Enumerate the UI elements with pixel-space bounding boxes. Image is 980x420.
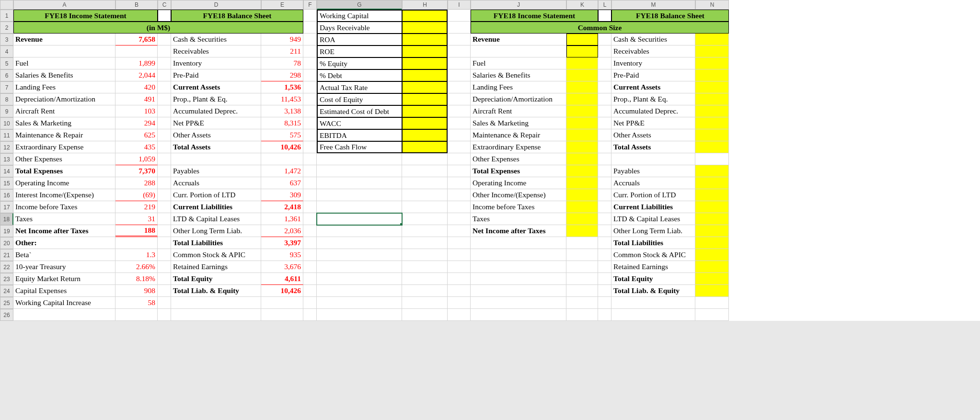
cell-J25[interactable] [471,297,566,309]
cell-E13[interactable] [261,153,303,165]
cell-M4[interactable]: Receivables [611,45,695,57]
cell-M10[interactable]: Net PP&E [611,117,695,129]
cell-F11[interactable] [303,129,317,141]
cell-A12[interactable]: Extraordinary Expense [13,141,115,153]
cell-L19[interactable] [598,225,611,237]
cell-J12[interactable]: Extraordinary Expense [471,141,566,153]
cell-F6[interactable] [303,69,317,81]
cell-I21[interactable] [448,249,471,261]
cell-A2[interactable]: (in M$) [13,22,303,34]
cell-A23[interactable]: Equity Market Return [13,273,115,285]
row-header-26[interactable]: 26 [0,309,13,321]
cell-A17[interactable]: Income before Taxes [13,201,115,213]
cell-I15[interactable] [448,177,471,189]
row-header-5[interactable]: 5 [0,57,13,69]
col-header-M[interactable]: M [611,0,695,10]
cell-M18[interactable]: LTD & Capital Leases [611,213,695,225]
cell-J11[interactable]: Maintenance & Repair [471,129,566,141]
cell-C4[interactable] [158,45,171,57]
cell-N16[interactable] [695,189,729,201]
cell-A5[interactable]: Fuel [13,57,115,69]
cell-F2[interactable] [303,22,317,34]
cell-E25[interactable] [261,297,303,309]
col-header-H[interactable]: H [402,0,448,10]
cell-K11[interactable] [566,129,598,141]
cell-C6[interactable] [158,69,171,81]
cell-B8[interactable]: 491 [115,93,158,105]
cell-M14[interactable]: Payables [611,165,695,177]
cell-G18[interactable] [317,213,402,225]
cell-C13[interactable] [158,153,171,165]
cell-E20[interactable]: 3,397 [261,237,303,249]
cell-E23[interactable]: 4,611 [261,273,303,285]
cell-N8[interactable] [695,93,729,105]
cell-E19[interactable]: 2,036 [261,225,303,237]
cell-K15[interactable] [566,177,598,189]
cell-G19[interactable] [317,225,402,237]
cell-F21[interactable] [303,249,317,261]
cell-K14[interactable] [566,165,598,177]
cell-G5[interactable]: % Equity [317,57,402,69]
cell-D9[interactable]: Accumulated Deprec. [171,105,261,117]
cell-N22[interactable] [695,261,729,273]
cell-J9[interactable]: Aircraft Rent [471,105,566,117]
cell-B13[interactable]: 1,059 [115,153,158,165]
cell-G2[interactable]: Days Receivable [317,22,402,34]
cell-N24[interactable] [695,285,729,297]
row-header-17[interactable]: 17 [0,201,13,213]
cell-A19[interactable]: Net Income after Taxes [13,225,115,237]
cell-J7[interactable]: Landing Fees [471,81,566,93]
col-header-G[interactable]: G [317,0,402,10]
cell-J23[interactable] [471,273,566,285]
cell-L7[interactable] [598,81,611,93]
cell-B20[interactable] [115,237,158,249]
cell-K6[interactable] [566,69,598,81]
cell-D1[interactable]: FYE18 Balance Sheet [171,10,303,22]
cell-M11[interactable]: Other Assets [611,129,695,141]
cell-G17[interactable] [317,201,402,213]
cell-G21[interactable] [317,249,402,261]
cell-K3[interactable] [566,34,598,45]
cell-L5[interactable] [598,57,611,69]
cell-I16[interactable] [448,189,471,201]
cell-I7[interactable] [448,81,471,93]
cell-F15[interactable] [303,177,317,189]
cell-J17[interactable]: Income before Taxes [471,201,566,213]
cell-C26[interactable] [158,309,171,321]
cell-C8[interactable] [158,93,171,105]
cell-L23[interactable] [598,273,611,285]
row-header-12[interactable]: 12 [0,141,13,153]
cell-F18[interactable] [303,213,317,225]
cell-C12[interactable] [158,141,171,153]
cell-F5[interactable] [303,57,317,69]
cell-C23[interactable] [158,273,171,285]
cell-E15[interactable]: 637 [261,177,303,189]
cell-C15[interactable] [158,177,171,189]
cell-J21[interactable] [471,249,566,261]
cell-H13[interactable] [402,153,448,165]
cell-I6[interactable] [448,69,471,81]
cell-C19[interactable] [158,225,171,237]
cell-N20[interactable] [695,237,729,249]
cell-A4[interactable] [13,45,115,57]
cell-E7[interactable]: 1,536 [261,81,303,93]
cell-C17[interactable] [158,201,171,213]
row-header-23[interactable]: 23 [0,273,13,285]
cell-F8[interactable] [303,93,317,105]
cell-B12[interactable]: 435 [115,141,158,153]
col-header-F[interactable]: F [303,0,317,10]
spreadsheet-grid[interactable]: ABCDEFGHIJKLMN1FYE18 Income StatementFYE… [0,0,980,321]
cell-E4[interactable]: 211 [261,45,303,57]
cell-L4[interactable] [598,45,611,57]
cell-E11[interactable]: 575 [261,129,303,141]
cell-I19[interactable] [448,225,471,237]
cell-N15[interactable] [695,177,729,189]
cell-H17[interactable] [402,201,448,213]
cell-H11[interactable] [402,129,448,141]
cell-B3[interactable]: 7,658 [115,34,158,45]
cell-B14[interactable]: 7,370 [115,165,158,177]
cell-N12[interactable] [695,141,729,153]
cell-F4[interactable] [303,45,317,57]
cell-M16[interactable]: Curr. Portion of LTD [611,189,695,201]
row-header-10[interactable]: 10 [0,117,13,129]
